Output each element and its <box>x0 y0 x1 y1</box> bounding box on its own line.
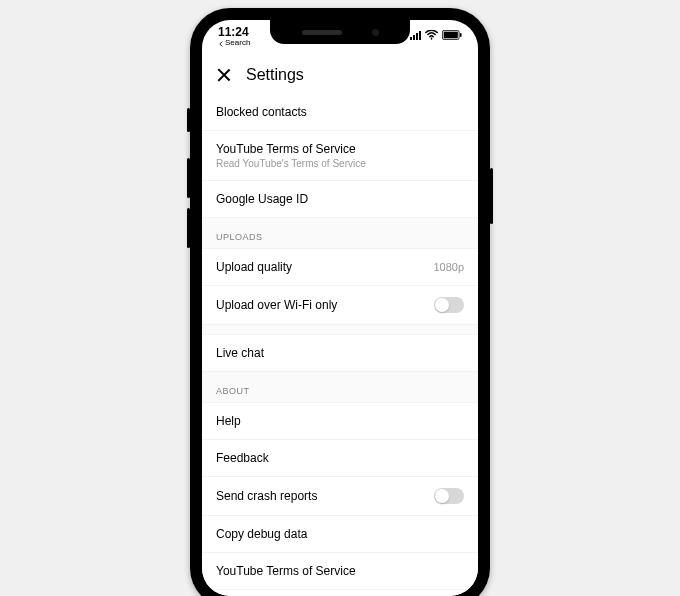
section-gap <box>202 325 478 335</box>
row-live-chat[interactable]: Live chat <box>202 335 478 372</box>
notch <box>270 20 410 44</box>
screen: 11:24 Search Settings <box>202 20 478 596</box>
row-label: Google Usage ID <box>216 192 308 206</box>
svg-rect-3 <box>460 33 462 37</box>
breadcrumb-back[interactable]: Search <box>218 39 250 48</box>
row-value: 1080p <box>433 261 464 273</box>
settings-list[interactable]: Blocked contacts YouTube Terms of Servic… <box>202 94 478 596</box>
row-google-usage-id[interactable]: Google Usage ID <box>202 181 478 218</box>
row-feedback[interactable]: Feedback <box>202 440 478 477</box>
side-button <box>187 108 190 132</box>
power-button <box>490 168 493 224</box>
header: Settings <box>202 58 478 94</box>
svg-rect-2 <box>444 32 458 39</box>
row-label: Send crash reports <box>216 489 317 503</box>
row-label: YouTube Terms of Service <box>216 142 366 156</box>
phone-frame: 11:24 Search Settings <box>190 8 490 596</box>
row-help[interactable]: Help <box>202 403 478 440</box>
row-blocked-contacts[interactable]: Blocked contacts <box>202 94 478 131</box>
row-label: YouTube Terms of Service <box>216 564 356 578</box>
toggle-switch[interactable] <box>434 488 464 504</box>
page-title: Settings <box>246 66 304 84</box>
row-sublabel: Read YouTube's Terms of Service <box>216 158 366 169</box>
volume-up-button <box>187 158 190 198</box>
cellular-icon <box>410 31 421 40</box>
wifi-icon <box>425 30 438 40</box>
row-label: Upload quality <box>216 260 292 274</box>
breadcrumb-label: Search <box>225 39 250 48</box>
section-uploads: UPLOADS <box>202 218 478 249</box>
battery-icon <box>442 30 462 40</box>
speaker <box>302 30 342 35</box>
row-label: Live chat <box>216 346 264 360</box>
volume-down-button <box>187 208 190 248</box>
toggle-switch[interactable] <box>434 297 464 313</box>
row-label: Help <box>216 414 241 428</box>
row-copy-debug-data[interactable]: Copy debug data <box>202 516 478 553</box>
row-open-source-licenses[interactable]: Open source licenses <box>202 590 478 596</box>
row-upload-wifi-only[interactable]: Upload over Wi-Fi only <box>202 286 478 325</box>
row-label: Copy debug data <box>216 527 307 541</box>
svg-point-0 <box>431 37 433 39</box>
front-camera <box>372 29 379 36</box>
row-terms-of-service[interactable]: YouTube Terms of Service Read YouTube's … <box>202 131 478 181</box>
row-label: Upload over Wi-Fi only <box>216 298 337 312</box>
row-terms-of-service-2[interactable]: YouTube Terms of Service <box>202 553 478 590</box>
row-send-crash-reports[interactable]: Send crash reports <box>202 477 478 516</box>
section-about: ABOUT <box>202 372 478 403</box>
row-upload-quality[interactable]: Upload quality 1080p <box>202 249 478 286</box>
row-label: Feedback <box>216 451 269 465</box>
close-icon[interactable] <box>216 67 232 83</box>
row-label: Blocked contacts <box>216 105 307 119</box>
